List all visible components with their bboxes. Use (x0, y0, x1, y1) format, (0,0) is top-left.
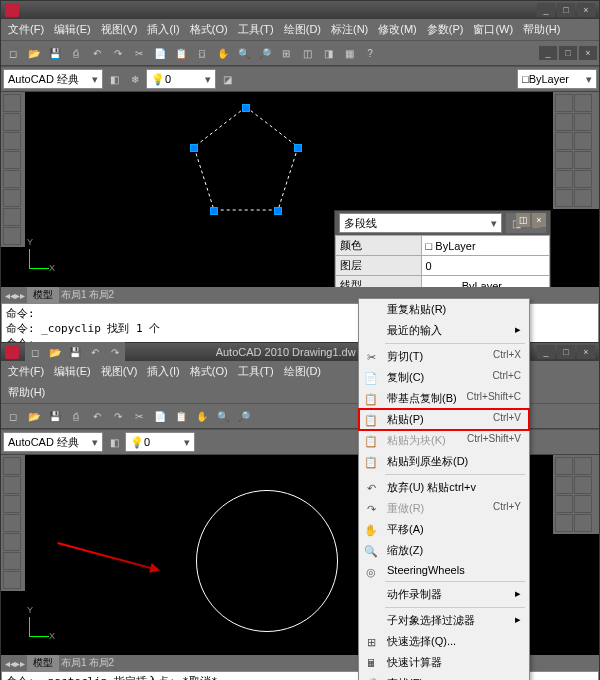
undo-icon[interactable]: ↶ (87, 43, 107, 63)
text-icon[interactable] (3, 571, 21, 589)
menu-item[interactable]: 标注(N) (328, 21, 371, 38)
zoom-icon[interactable]: 🔍 (213, 406, 233, 426)
trim-icon[interactable] (574, 132, 592, 150)
menu-item[interactable]: 帮助(H) (520, 21, 563, 38)
doc-close-button[interactable]: × (579, 46, 597, 60)
offset-icon[interactable] (574, 151, 592, 169)
menu-item[interactable]: 格式(O) (187, 363, 231, 380)
copy-icon[interactable] (574, 94, 592, 112)
minimize-button[interactable]: _ (537, 345, 555, 359)
menu-item[interactable]: 工具(T) (235, 363, 277, 380)
qat-icon[interactable]: ↷ (105, 342, 125, 362)
context-menu[interactable]: 重复粘贴(R)最近的输入▸✂剪切(T)Ctrl+X📄复制(C)Ctrl+C📋带基… (358, 298, 530, 680)
tab-model[interactable]: 模型 (27, 655, 59, 671)
hatch-icon[interactable] (3, 552, 21, 570)
doc-max-button[interactable]: □ (559, 46, 577, 60)
match-icon[interactable]: ⌼ (192, 43, 212, 63)
context-menu-item[interactable]: ⊞快速选择(Q)... (359, 631, 529, 652)
context-menu-item[interactable]: 📋粘贴(P)Ctrl+V (359, 409, 529, 430)
maximize-button[interactable]: □ (557, 345, 575, 359)
save-icon[interactable]: 💾 (45, 406, 65, 426)
pl-icon[interactable] (3, 476, 21, 494)
property-row[interactable]: 颜色□ ByLayer (336, 236, 550, 256)
context-menu-item[interactable]: ✋平移(A) (359, 519, 529, 540)
open-icon[interactable]: 📂 (24, 406, 44, 426)
menu-item[interactable]: 参数(P) (424, 21, 467, 38)
ellipse-icon[interactable] (3, 189, 21, 207)
context-menu-item[interactable]: 最近的输入▸ (359, 320, 529, 341)
layer-icon[interactable]: ❄ (125, 69, 145, 89)
minimize-button[interactable]: _ (537, 3, 555, 17)
grip-handle[interactable] (210, 207, 218, 215)
circle-object[interactable] (196, 490, 338, 632)
copy-icon[interactable]: 📄 (150, 43, 170, 63)
print-icon[interactable]: ⎙ (66, 406, 86, 426)
grip-handle[interactable] (294, 144, 302, 152)
layer-icon[interactable]: ◧ (104, 69, 124, 89)
fillet-icon[interactable] (555, 170, 573, 188)
open-icon[interactable]: 📂 (24, 43, 44, 63)
property-row[interactable]: 线型——— ByLayer (336, 276, 550, 288)
menu-item[interactable]: 格式(O) (187, 21, 231, 38)
tab-layout1[interactable]: 布局1 (61, 288, 87, 302)
cut-icon[interactable]: ✂ (129, 406, 149, 426)
mirror-icon[interactable] (574, 113, 592, 131)
move-icon[interactable] (555, 457, 573, 475)
property-row[interactable]: 图层0 (336, 256, 550, 276)
pl-icon[interactable] (3, 113, 21, 131)
rect-icon[interactable] (3, 170, 21, 188)
tb-icon[interactable]: ▦ (339, 43, 359, 63)
scale-icon[interactable] (555, 132, 573, 150)
layer-combo[interactable]: 💡 0▾ (146, 69, 216, 89)
grip-handle[interactable] (190, 144, 198, 152)
context-menu-item[interactable]: 📋粘贴到原坐标(D) (359, 451, 529, 472)
offset-icon[interactable] (555, 514, 573, 532)
grip-handle[interactable] (242, 104, 250, 112)
object-type-combo[interactable]: 多段线▾ (339, 213, 502, 233)
copy-icon[interactable] (574, 457, 592, 475)
menu-item[interactable]: 插入(I) (144, 21, 182, 38)
extend-icon[interactable] (555, 151, 573, 169)
panel-opt-icon[interactable]: ◫ (516, 213, 530, 227)
menu-item[interactable]: 绘图(D) (281, 363, 324, 380)
layer-icon[interactable]: ◧ (104, 432, 124, 452)
maximize-button[interactable]: □ (557, 3, 575, 17)
tab-layout2[interactable]: 布局2 (89, 656, 115, 670)
context-menu-item[interactable]: 📄复制(C)Ctrl+C (359, 367, 529, 388)
context-menu-item[interactable]: 🖩快速计算器 (359, 652, 529, 673)
tab-model[interactable]: 模型 (27, 287, 59, 303)
rect-icon[interactable] (3, 533, 21, 551)
qat-icon[interactable]: 📂 (45, 342, 65, 362)
menu-item[interactable]: 编辑(E) (51, 21, 94, 38)
rotate-icon[interactable] (555, 476, 573, 494)
arc-icon[interactable] (3, 151, 21, 169)
bylayer-combo[interactable]: □ ByLayer▾ (517, 69, 597, 89)
pan-icon[interactable]: ✋ (192, 406, 212, 426)
menu-item[interactable]: 修改(M) (375, 21, 420, 38)
text-icon[interactable] (3, 227, 21, 245)
line-icon[interactable] (3, 457, 21, 475)
context-menu-item[interactable]: 重复粘贴(R) (359, 299, 529, 320)
context-menu-item[interactable]: ↶放弃(U) 粘贴ctrl+v (359, 477, 529, 498)
cut-icon[interactable]: ✂ (129, 43, 149, 63)
arc-icon[interactable] (3, 514, 21, 532)
qat-icon[interactable]: 💾 (65, 342, 85, 362)
move-icon[interactable] (555, 94, 573, 112)
close-button[interactable]: × (577, 345, 595, 359)
context-menu-item[interactable]: ✂剪切(T)Ctrl+X (359, 346, 529, 367)
menu-item[interactable]: 文件(F) (5, 363, 47, 380)
circle-icon[interactable] (3, 495, 21, 513)
save-icon[interactable]: 💾 (45, 43, 65, 63)
color-icon[interactable]: ◪ (217, 69, 237, 89)
help-icon[interactable]: ? (360, 43, 380, 63)
new-icon[interactable]: ◻ (3, 406, 23, 426)
paste-icon[interactable]: 📋 (171, 43, 191, 63)
panel-close-icon[interactable]: × (532, 213, 546, 227)
redo-icon[interactable]: ↷ (108, 43, 128, 63)
context-menu-item[interactable]: 🔎查找(F)... (359, 673, 529, 680)
menu-item[interactable]: 绘图(D) (281, 21, 324, 38)
scale-icon[interactable] (555, 495, 573, 513)
menu-item[interactable]: 编辑(E) (51, 363, 94, 380)
context-menu-item[interactable]: 子对象选择过滤器▸ (359, 610, 529, 631)
menu-item[interactable]: 窗口(W) (470, 21, 516, 38)
